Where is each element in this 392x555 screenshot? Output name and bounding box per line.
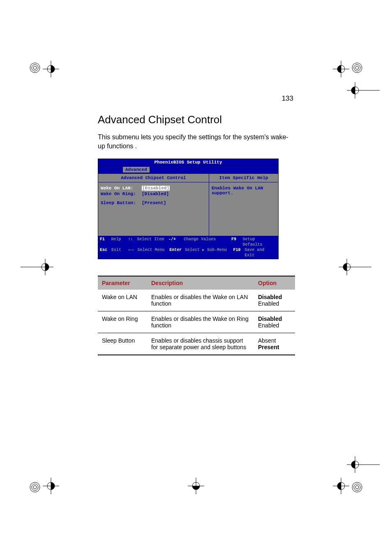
option-alt: Enabled xyxy=(258,322,291,329)
bios-body: Advanced Chipset Control Wake On LAN: [D… xyxy=(98,173,278,236)
bios-key-label: Select ▶ Sub-Menu xyxy=(185,247,233,258)
svg-point-43 xyxy=(355,486,359,489)
crop-mark-icon xyxy=(339,259,371,275)
bios-key-plusminus: -/+ xyxy=(168,237,184,247)
cell-option: Absent Present xyxy=(254,333,295,355)
svg-point-13 xyxy=(355,66,359,69)
svg-point-42 xyxy=(354,484,360,491)
bios-key-f10: F10 xyxy=(233,247,244,258)
cell-desc: Enables or disables the Wake on Ring fun… xyxy=(147,311,254,333)
bios-key-label: Save and Exit xyxy=(244,247,277,258)
bios-key-label: Change Values xyxy=(184,237,231,247)
bios-key-updown: ↑↓ xyxy=(128,237,137,247)
registration-rosette-icon xyxy=(351,481,363,493)
bios-key-label: Exit xyxy=(111,247,129,258)
crop-mark-icon xyxy=(21,259,53,275)
table-row: Sleep Button Enables or disables chassis… xyxy=(98,333,295,355)
bios-help-panel: Item Specific Help Enables Wake On LAN s… xyxy=(209,174,278,236)
crop-mark-icon xyxy=(43,478,59,494)
svg-point-1 xyxy=(32,64,38,71)
bios-settings-list: Wake On LAN: [Disabled] Wake On Ring: [D… xyxy=(98,182,209,236)
svg-point-28 xyxy=(33,486,37,489)
bios-left-panel: Advanced Chipset Control Wake On LAN: [D… xyxy=(98,174,209,236)
option-default: Present xyxy=(258,344,291,350)
cell-option: Disabled Enabled xyxy=(254,290,295,311)
svg-point-27 xyxy=(32,484,38,491)
bios-value: [Disabled] xyxy=(142,191,169,196)
col-header-description: Description xyxy=(147,276,254,290)
bios-key-enter: Enter xyxy=(169,247,185,258)
bios-key-label: Help xyxy=(111,237,128,247)
registration-rosette-icon xyxy=(29,481,41,493)
crop-mark-icon xyxy=(333,61,349,77)
bios-menubar: Advanced xyxy=(98,166,278,173)
crop-mark-icon xyxy=(347,456,380,473)
cell-option: Disabled Enabled xyxy=(254,311,295,333)
option-alt: Enabled xyxy=(258,300,291,307)
cell-param: Sleep Button xyxy=(98,333,147,355)
bios-key-label: Select Item xyxy=(137,237,168,247)
bios-label: Sleep Button: xyxy=(101,200,142,205)
table-header-row: Parameter Description Option xyxy=(98,276,295,290)
bios-key-label: Select Menu xyxy=(138,247,170,258)
bios-key-f9: F9 xyxy=(231,237,242,247)
crop-mark-icon xyxy=(333,478,349,494)
col-header-parameter: Parameter xyxy=(98,276,147,290)
table-row: Wake on LAN Enables or disables the Wake… xyxy=(98,290,295,311)
col-header-option: Option xyxy=(254,276,295,290)
bios-key-leftright: ←→ xyxy=(129,247,138,258)
svg-point-12 xyxy=(354,64,360,71)
parameter-table: Parameter Description Option Wake on LAN… xyxy=(98,276,295,355)
crop-mark-icon xyxy=(347,82,380,99)
bios-titlebar: PhoenixBIOS Setup Utility xyxy=(98,159,278,166)
page-content: Advanced Chipset Control This submenu le… xyxy=(98,113,295,355)
crop-mark-icon xyxy=(188,478,204,494)
bios-left-title: Advanced Chipset Control xyxy=(98,174,209,182)
svg-point-2 xyxy=(33,66,37,69)
page-number: 133 xyxy=(282,94,293,103)
bios-setting-wake-on-lan[interactable]: Wake On LAN: [Disabled] xyxy=(101,186,206,191)
bios-screenshot: PhoenixBIOS Setup Utility Advanced Advan… xyxy=(98,159,279,259)
registration-rosette-icon xyxy=(351,62,363,74)
cell-param: Wake on LAN xyxy=(98,290,147,311)
bios-help-text: Enables Wake On LAN support. xyxy=(212,186,276,196)
bios-label: Wake On LAN: xyxy=(101,186,142,191)
registration-rosette-icon xyxy=(29,62,41,74)
bios-footer: F1 Help ↑↓ Select Item -/+ Change Values… xyxy=(98,236,278,259)
bios-setting-wake-on-ring[interactable]: Wake On Ring: [Disabled] xyxy=(101,191,206,196)
bios-key-f1: F1 xyxy=(100,237,111,247)
bios-setting-sleep-button[interactable]: Sleep Button: [Present] xyxy=(101,200,206,205)
bios-tab-advanced[interactable]: Advanced xyxy=(123,167,150,173)
page-title: Advanced Chipset Control xyxy=(98,113,295,126)
bios-key-label: Setup Defaults xyxy=(243,237,277,247)
bios-value: [Present] xyxy=(142,200,166,205)
option-alt: Absent xyxy=(258,337,291,344)
cell-desc: Enables or disables chassis support for … xyxy=(147,333,254,355)
intro-text: This submenu lets you specify the settin… xyxy=(98,133,295,150)
option-default: Disabled xyxy=(258,315,291,322)
bios-value: [Disabled] xyxy=(142,186,170,191)
bios-label: Wake On Ring: xyxy=(101,191,142,196)
table-row: Wake on Ring Enables or disables the Wak… xyxy=(98,311,295,333)
bios-key-esc: Esc xyxy=(100,247,111,258)
cell-param: Wake on Ring xyxy=(98,311,147,333)
crop-mark-icon xyxy=(43,61,59,77)
bios-help-content: Enables Wake On LAN support. xyxy=(209,182,278,236)
bios-help-title: Item Specific Help xyxy=(209,174,278,182)
option-default: Disabled xyxy=(258,294,291,300)
cell-desc: Enables or disables the Wake on LAN func… xyxy=(147,290,254,311)
